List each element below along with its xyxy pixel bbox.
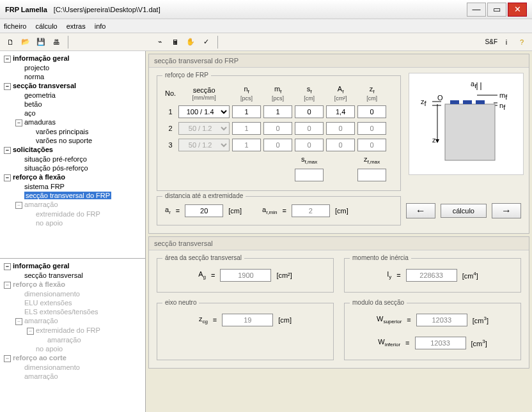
menu-bar: ficheiro cálculo extras info — [0, 19, 532, 33]
menu-info[interactable]: info — [95, 22, 106, 30]
fieldset-legend: modulo da secção — [350, 299, 407, 306]
zf-input[interactable] — [357, 105, 386, 118]
ar-input[interactable] — [185, 204, 223, 217]
frp-row: 2 50 / 1.2 — [165, 122, 386, 135]
menu-ficheiro[interactable]: ficheiro — [4, 22, 26, 30]
svg-rect-15 — [476, 100, 485, 104]
col-nf: nf[pcs] — [232, 85, 261, 102]
sf-input — [295, 139, 324, 151]
wsup-value — [416, 314, 467, 326]
tree-item[interactable]: betão — [1, 100, 144, 109]
panel-section: secção transversal área da secção transv… — [148, 236, 529, 369]
nf-input[interactable] — [232, 105, 261, 118]
seccao-select[interactable]: 100 / 1.4 — [178, 105, 230, 118]
iy-label: Iy — [387, 270, 391, 280]
wsup-label: Wsuperior — [377, 315, 402, 324]
tree-item[interactable]: −secção transversal — [1, 81, 144, 91]
sf-icon[interactable]: S&F — [485, 36, 497, 49]
section-diagram: ar zf O mf nf — [409, 73, 524, 175]
ar-label: ar — [165, 206, 171, 215]
title-bar: FRP Lamella [C:\Users\jpereira\Desktop\V… — [0, 0, 532, 19]
zfmax-input — [357, 169, 386, 181]
menu-extras[interactable]: extras — [66, 22, 86, 30]
fieldset-legend: distancia até a extremidade — [162, 192, 246, 199]
maximize-button[interactable]: ▭ — [487, 3, 506, 17]
tree-item[interactable]: −informação geral — [1, 54, 144, 63]
svg-text:mf: mf — [499, 91, 508, 101]
tree-item[interactable]: −extremidade do FRP — [1, 326, 144, 335]
mf-input — [263, 122, 292, 135]
tree-item[interactable]: −amarração — [1, 316, 144, 326]
tree-item[interactable]: varões principais — [1, 127, 144, 136]
tree-item[interactable]: aço — [1, 109, 144, 118]
print-icon[interactable]: 🖶 — [50, 36, 63, 49]
hand-icon[interactable]: ✋ — [184, 36, 197, 49]
iy-value — [406, 269, 457, 282]
tree-item[interactable]: dimensionamento — [1, 363, 144, 372]
tree-item[interactable]: situação pós-reforço — [1, 164, 144, 172]
fieldset-legend: momento de inércia — [350, 254, 411, 261]
tree-item[interactable]: −solicitações — [1, 145, 144, 155]
armin-label: ar,min — [262, 206, 277, 215]
tree-item[interactable]: varões no suporte — [1, 136, 144, 145]
close-button[interactable]: ✕ — [508, 3, 527, 17]
zf-input — [357, 122, 386, 135]
tree-item[interactable]: −amarração — [1, 200, 144, 210]
menu-calculo[interactable]: cálculo — [35, 22, 57, 30]
new-icon[interactable]: 🗋 — [4, 36, 17, 49]
af-input[interactable] — [326, 105, 355, 118]
tree-item[interactable]: sistema FRP — [1, 182, 144, 191]
minimize-button[interactable]: — — [467, 3, 486, 17]
mf-input[interactable] — [263, 105, 292, 118]
tree-item[interactable]: amarração — [1, 372, 144, 381]
seccao-select: 50 / 1.2 — [178, 122, 230, 135]
zfmax-label: zf,max — [357, 155, 386, 165]
prev-button[interactable]: ← — [406, 203, 435, 218]
tree-item[interactable]: −informação geral — [1, 261, 144, 271]
check-icon[interactable]: ✓ — [199, 36, 212, 49]
tree-item[interactable]: no apoio — [1, 344, 144, 353]
next-button[interactable]: → — [492, 203, 521, 218]
sfmax-label: sf,max — [295, 155, 324, 165]
svg-text:zf: zf — [421, 98, 427, 107]
tree-item[interactable]: −reforço ao corte — [1, 353, 144, 363]
frp-row: 1 100 / 1.4 — [165, 105, 386, 118]
zf-input — [357, 139, 386, 151]
mf-input — [263, 139, 292, 151]
info-icon[interactable]: i — [500, 36, 513, 49]
zcg-label: zcg — [199, 315, 208, 324]
tree-item[interactable]: amarração — [1, 335, 144, 344]
winf-value — [415, 337, 466, 349]
open-icon[interactable]: 📂 — [19, 36, 32, 49]
svg-rect-13 — [450, 100, 459, 104]
sf-input[interactable] — [295, 105, 324, 118]
tree-item[interactable]: extremidade do FRP — [1, 210, 144, 218]
tree-item[interactable]: ELU extensões — [1, 298, 144, 307]
tree-item[interactable]: secção transversal — [1, 271, 144, 280]
tree-item[interactable]: −reforço à flexão — [1, 172, 144, 182]
help-icon[interactable]: ? — [515, 36, 528, 49]
tree-item[interactable]: ELS extensões/tensões — [1, 307, 144, 316]
app-name: FRP Lamella — [5, 6, 47, 13]
tree-item-selected[interactable]: secção transversal do FRP — [1, 191, 144, 200]
calc-icon[interactable]: 🖩 — [169, 36, 182, 49]
calc-button[interactable]: cálculo — [441, 204, 487, 218]
save-icon[interactable]: 💾 — [35, 36, 47, 49]
tree-item[interactable]: situação pré-reforço — [1, 155, 144, 164]
tree-item[interactable]: −amaduras — [1, 118, 144, 127]
zcg-value — [222, 314, 273, 326]
tree-item[interactable]: no apoio — [1, 218, 144, 227]
key-icon[interactable]: ⌁ — [153, 36, 166, 49]
svg-text:ar: ar — [471, 80, 477, 89]
tree-item[interactable]: projecto — [1, 63, 144, 72]
file-path: [C:\Users\jpereira\Desktop\V1.dat] — [54, 6, 160, 13]
af-input — [326, 122, 355, 135]
svg-text:nf: nf — [499, 102, 506, 111]
tree-item[interactable]: geometria — [1, 91, 144, 100]
tree-item[interactable]: norma — [1, 72, 144, 81]
tree-item[interactable]: dimensionamento — [1, 289, 144, 298]
col-af: Af[cm²] — [326, 85, 355, 102]
tree-item[interactable]: −reforço à flexão — [1, 280, 144, 289]
col-mf: mf[pcs] — [263, 85, 292, 102]
sfmax-input — [295, 169, 324, 181]
